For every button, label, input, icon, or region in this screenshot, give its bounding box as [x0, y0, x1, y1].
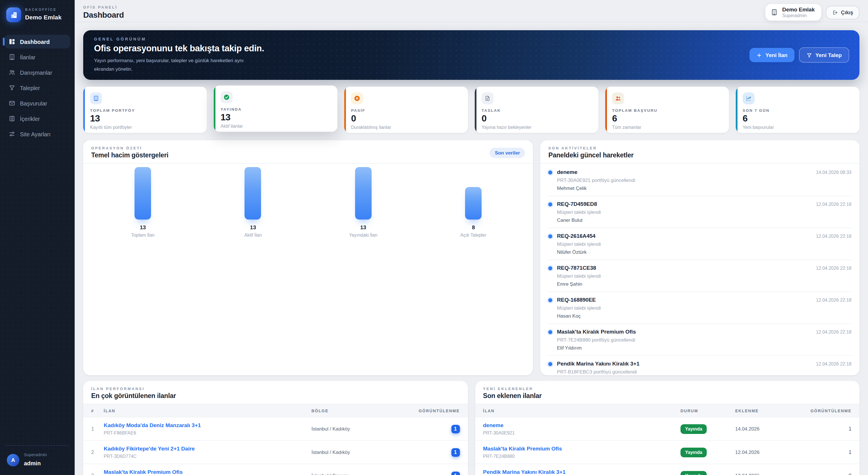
activity-dot-icon	[549, 362, 553, 366]
table-row: denemePRT-30A0E921Yayında14.04.20261	[475, 417, 860, 440]
sidebar-user-text: Superadmin admin	[24, 452, 47, 468]
listing-link[interactable]: Kadıköy Moda'da Deniz Manzaralı 3+1	[104, 422, 307, 429]
activity-item-person: Hasan Koç	[557, 313, 812, 319]
column-index: #	[91, 409, 99, 413]
status-badge: Yayında	[681, 471, 707, 475]
new-listing-label: Yeni İlan	[766, 52, 787, 58]
stat-card-yayinda[interactable]: YAYINDA13Aktif ilanlar	[214, 86, 337, 132]
stat-value: 13	[90, 114, 200, 124]
bar-plot	[355, 167, 372, 219]
sidebar-nav: DashboardİlanlarDanışmanlarTaleplerBaşvu…	[0, 35, 75, 141]
listing-link[interactable]: deneme	[483, 422, 676, 429]
activity-item-title: REQ-2616A454	[557, 232, 812, 239]
activity-item-time: 12.04.2026 22:18	[816, 202, 851, 223]
activity-item-body: REQ-2616A454Müşteri talebi işlendiNilüfe…	[557, 232, 812, 255]
logout-button[interactable]: Çıkış	[826, 5, 860, 19]
bar-value-label: 8	[472, 224, 475, 230]
column-region: BÖLGE	[311, 409, 409, 413]
new-listings-card: YENİ EKLENENLER Son eklenen ilanlar İLAN…	[475, 381, 860, 475]
top-listings-titles: İLAN PERFORMANSI En çok görüntülenen ila…	[91, 387, 176, 399]
activity-card-head: SON AKTİVİTELER Paneldeki güncel hareket…	[540, 140, 860, 164]
activity-item: Pendik Marina Yakını Kiralık 3+1PRT-B18F…	[549, 356, 852, 375]
page-eyebrow: OFİS PANELİ	[83, 5, 124, 9]
new-listings-title: Son eklenen ilanlar	[483, 392, 542, 399]
row-region: İstanbul / Kadıköy	[311, 426, 409, 432]
topbar-right: Demo Emlak Superadmin Çıkış	[766, 4, 860, 21]
new-listing-button[interactable]: Yeni İlan	[749, 48, 794, 62]
activity-item-person: Mehmet Çelik	[557, 185, 812, 191]
requests-icon	[8, 84, 16, 91]
sidebar-item-agents[interactable]: Danışmanlar	[5, 66, 70, 79]
stat-card-toplam-basvuru[interactable]: TOPLAM BAŞVURU6Tüm zamanlar	[605, 87, 729, 133]
middle-row: OPERASYON ÖZETİ Temel hacim göstergeleri…	[83, 140, 860, 375]
sidebar-user-name: admin	[24, 460, 41, 467]
agents-icon	[8, 69, 16, 76]
activity-dot-icon	[549, 266, 553, 270]
top-listings-title: En çok görüntülenen ilanlar	[91, 392, 176, 399]
hero-text: GENEL GÖRÜNÜM Ofis operasyonunu tek bakı…	[94, 37, 265, 73]
stat-card-son-7-gun[interactable]: SON 7 GÜN6Yeni başvurular	[736, 87, 860, 133]
activity-item-title: REQ-168890EE	[557, 296, 812, 303]
table-row: 2Kadıköy Fikirtepe'de Yeni 2+1 DairePRT-…	[83, 440, 468, 464]
row-listing: Pendik Marina Yakını Kiralık 3+1PRT-B18F…	[483, 469, 676, 475]
activity-item-person: Emre Şahin	[557, 281, 812, 287]
sidebar-user-role: Superadmin	[24, 452, 47, 457]
row-region: İstanbul / Kadıköy	[311, 449, 409, 455]
logout-icon	[832, 9, 838, 15]
activity-title: Paneldeki güncel hareketler	[549, 152, 634, 158]
activity-item-detail: Müşteri talebi işlendi	[557, 273, 812, 279]
top-listings-card: İLAN PERFORMANSI En çok görüntülenen ila…	[83, 381, 468, 475]
dashboard-icon	[8, 38, 16, 45]
sidebar-item-requests[interactable]: Talepler	[5, 81, 70, 95]
activity-item-body: Maslak'ta Kiralık Premium OfisPRT-7E24B8…	[557, 328, 812, 351]
people-icon	[612, 92, 624, 105]
listing-link[interactable]: Maslak'ta Kiralık Premium Ofis	[104, 469, 307, 475]
stat-label: TASLAK	[482, 108, 592, 112]
stat-card-toplam-portfoy[interactable]: TOPLAM PORTFÖY13Kayıtlı tüm portföyler	[83, 87, 207, 133]
sidebar-item-applications[interactable]: Başvurular	[5, 96, 70, 110]
topbar: OFİS PANELİ Dashboard Demo Emlak Superad…	[75, 0, 868, 22]
activity-item-body: REQ-7D459ED8Müşteri talebi işlendiCaner …	[557, 201, 812, 223]
funnel-icon	[806, 52, 812, 58]
draft-icon	[482, 92, 494, 105]
building-icon	[90, 92, 102, 105]
bar	[465, 187, 482, 219]
chart-badge: Son veriler	[490, 148, 525, 158]
account-chip[interactable]: Demo Emlak Superadmin	[766, 4, 822, 21]
sidebar-item-dashboard[interactable]: Dashboard	[5, 35, 70, 49]
row-listing: Kadıköy Fikirtepe'de Yeni 2+1 DairePRT-3…	[104, 445, 307, 459]
activity-dot-icon	[549, 330, 553, 334]
sidebar-item-label: Başvurular	[20, 100, 47, 106]
new-listings-rows: denemePRT-30A0E921Yayında14.04.20261Masl…	[475, 417, 860, 475]
row-date: 14.04.2026	[735, 426, 795, 432]
activity-item-time: 12.04.2026 22:18	[816, 329, 851, 351]
stat-subtitle: Kayıtlı tüm portföyler	[90, 125, 200, 130]
bar-category-label: Yayındaki İlan	[349, 233, 377, 238]
stat-card-taslak[interactable]: TASLAK0Yayına hazır bekleyenler	[475, 87, 598, 133]
listing-link[interactable]: Maslak'ta Kiralık Premium Ofis	[483, 445, 676, 452]
status-badge: Yayında	[681, 447, 707, 457]
views-badge: 1	[451, 471, 460, 475]
row-listing: Maslak'ta Kiralık Premium OfisPRT-7E24B8…	[483, 445, 676, 459]
stat-label: TOPLAM BAŞVURU	[612, 108, 722, 112]
sidebar-item-listings[interactable]: İlanlar	[5, 50, 70, 64]
bar-value-label: 13	[250, 224, 256, 230]
listing-link[interactable]: Kadıköy Fikirtepe'de Yeni 2+1 Daire	[104, 445, 307, 452]
activity-item-body: Pendik Marina Yakını Kiralık 3+1PRT-B18F…	[557, 360, 812, 375]
activity-item-time: 12.04.2026 22:18	[816, 297, 851, 319]
hero-actions: Yeni İlan Yeni Talep	[749, 47, 849, 63]
bar-plot	[245, 167, 261, 219]
activity-item-time: 12.04.2026 22:18	[816, 265, 851, 287]
activity-item-detail: Müşteri talebi işlendi	[557, 305, 812, 311]
bar	[355, 167, 372, 219]
bar-category-label: Toplam İlan	[131, 233, 154, 238]
listing-link[interactable]: Pendik Marina Yakını Kiralık 3+1	[483, 469, 676, 475]
new-request-button[interactable]: Yeni Talep	[799, 47, 849, 63]
sidebar-item-site-settings[interactable]: Site Ayarları	[5, 127, 70, 141]
sidebar-item-label: Talepler	[20, 85, 40, 91]
stat-card-pasif[interactable]: PASİF0Duraklatılmış ilanlar	[344, 87, 468, 133]
avatar: A	[7, 454, 20, 466]
activity-card-titles: SON AKTİVİTELER Paneldeki güncel hareket…	[549, 146, 634, 158]
sidebar-item-contents[interactable]: İçerikler	[5, 112, 70, 125]
row-date: 12.04.2026	[735, 449, 795, 455]
